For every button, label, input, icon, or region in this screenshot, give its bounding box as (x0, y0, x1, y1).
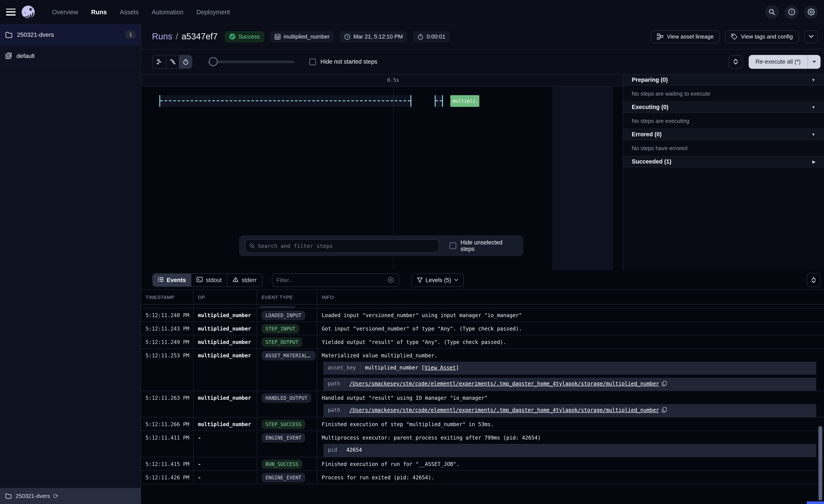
op-cell (194, 304, 257, 308)
gantt-chart-zone: 0.5s multipli.. Hide unselected steps Pr… (141, 75, 824, 270)
slider-knob[interactable] (209, 57, 218, 66)
navbar-actions: ? (765, 5, 818, 19)
asset-grid-icon (275, 33, 281, 39)
event-row: 5:12:11.263 PMmultiplied_numberHANDLED_O… (141, 391, 824, 417)
nav-item-runs[interactable]: Runs (91, 8, 107, 15)
top-navbar: OverviewRunsAssetsAutomationDeployment ? (0, 0, 824, 24)
status-section-title: Errored (0) (632, 131, 661, 138)
waterfall-view-icon[interactable] (166, 55, 179, 68)
event-table-header: TIMESTAMPOPEVENT TYPEINFO (141, 289, 824, 304)
caret-down-icon (812, 60, 816, 63)
event-row: 5:12:11.249 PMmultiplied_numberSTEP_OUTP… (141, 335, 824, 349)
event-row: 5:12:11.411 PM-ENGINE_EVENTMultiprocess … (141, 431, 824, 457)
gantt-expand-button[interactable] (728, 55, 742, 69)
run-header: Runs / a5347ef7 Success multiplied_numbe… (141, 24, 824, 49)
nav-item-automation[interactable]: Automation (151, 8, 183, 15)
sidebar-item-job-default[interactable]: default (0, 45, 141, 67)
status-section-header[interactable]: Succeeded (1)▶ (623, 156, 824, 167)
event-info-text: Finished execution of run for "__ASSET_J… (322, 461, 820, 467)
timestamp-cell: 5:12:11.249 PM (141, 335, 194, 348)
more-actions-chevron-button[interactable] (804, 30, 818, 43)
reexecute-dropdown-button[interactable] (808, 55, 821, 69)
gantt-step-bar[interactable]: multipli.. (450, 95, 479, 107)
search-icon[interactable] (765, 5, 779, 19)
lineage-icon (657, 33, 663, 40)
tag-icon (731, 33, 738, 40)
view-tags-config-button[interactable]: View tags and config (725, 30, 799, 43)
tags-button-label: View tags and config (741, 33, 793, 40)
timestamp-cell: 5:12:11.426 PM (141, 471, 194, 484)
hide-not-started-checkbox[interactable] (309, 58, 316, 65)
view-asset-link[interactable]: View Asset (425, 365, 456, 371)
flat-view-icon[interactable] (153, 55, 166, 68)
event-info-text: Process for run exited (pid: 42654). (322, 475, 820, 481)
metadata-entry-asset_key: asset_keymultiplied_number [View Asset] (323, 362, 816, 375)
menu-icon[interactable] (6, 8, 16, 15)
nav-item-deployment[interactable]: Deployment (196, 8, 230, 15)
event-type-cell: LOADED_INPUT (257, 308, 317, 322)
nav-item-assets[interactable]: Assets (120, 8, 138, 15)
metadata-value: multiplied_number [View Asset] (361, 362, 463, 375)
reexecute-all-button[interactable]: Re-execute all (*) (748, 55, 808, 69)
metadata-key: path (323, 404, 345, 417)
tab-stdout[interactable]: stdout (191, 274, 227, 286)
clear-filter-icon[interactable] (388, 276, 394, 283)
svg-text:?: ? (791, 9, 793, 14)
op-cell: multiplied_number (194, 322, 257, 335)
sidebar-item-code-location[interactable]: 250321-dvers 1 (0, 24, 141, 45)
status-section-header[interactable]: Executing (0)▼ (623, 102, 824, 113)
view-asset-lineage-button[interactable]: View asset lineage (651, 30, 720, 43)
tab-stderr[interactable]: stderr (227, 274, 262, 286)
path-link[interactable]: /Users/smackesey/stm/code/elementl/exper… (349, 381, 659, 387)
warning-icon (232, 277, 241, 283)
tab-events[interactable]: Events (153, 274, 191, 286)
step-search-input[interactable] (258, 243, 434, 249)
copy-icon[interactable] (661, 381, 667, 388)
event-type-cell: RUN_SUCCESS (257, 457, 317, 470)
levels-filter-button[interactable]: Levels (5) (411, 273, 464, 287)
nav-item-overview[interactable]: Overview (52, 8, 78, 15)
status-section-header[interactable]: Preparing (0)▼ (623, 75, 824, 86)
primary-nav: OverviewRunsAssetsAutomationDeployment (52, 8, 230, 15)
op-cell: multiplied_number (194, 391, 257, 417)
tab-label: Events (167, 277, 186, 283)
event-log-table: TIMESTAMPOPEVENT TYPEINFO 5:12:11.240 PM… (141, 289, 824, 504)
events-expand-button[interactable] (807, 273, 821, 287)
status-section-header[interactable]: Errored (0)▼ (623, 129, 824, 140)
info-cell: Loaded input "versioned_number" using in… (317, 308, 824, 322)
log-filter-box (272, 273, 399, 287)
op-cell: - (194, 457, 257, 470)
help-icon[interactable]: ? (785, 5, 799, 19)
dagster-logo-icon[interactable] (21, 5, 35, 19)
slider-track (208, 60, 294, 63)
info-cell: Materialized value multiplied_number.ass… (317, 349, 824, 391)
vertical-scrollbar-thumb[interactable] (818, 426, 822, 501)
settings-gear-icon[interactable] (804, 5, 818, 19)
log-filter-input[interactable] (277, 277, 388, 283)
asset-tag[interactable]: multiplied_number (270, 31, 334, 42)
duration-label: 0:00:01 (426, 33, 445, 40)
copy-icon[interactable] (661, 407, 667, 414)
status-section-collapse-icon: ▼ (811, 105, 815, 109)
column-header-op: OP (194, 290, 257, 304)
main-content: Runs / a5347ef7 Success multiplied_numbe… (141, 24, 824, 504)
timed-view-icon[interactable] (179, 55, 192, 68)
hide-not-started-label: Hide not started steps (320, 58, 377, 65)
code-location-status-bar[interactable]: 250321-dvers ⟳ (0, 488, 141, 504)
column-header-info: INFO (317, 290, 824, 304)
path-link[interactable]: /Users/smackesey/stm/code/elementl/exper… (349, 407, 659, 413)
event-type-tag: ENGINE_EVENT (262, 433, 305, 443)
event-info-text: Multiprocess executor: parent process ex… (322, 435, 820, 441)
event-type-tag: ENGINE_EVENT (262, 473, 305, 482)
events-panel: Eventsstdoutstderr Levels (5) TIMESTAMPO… (141, 270, 824, 504)
refresh-icon[interactable]: ⟳ (53, 493, 59, 499)
hide-unselected-checkbox[interactable] (449, 242, 456, 249)
metadata-key: pid (323, 444, 342, 457)
op-cell: multiplied_number (194, 349, 257, 391)
asset-tag-label: multiplied_number (284, 33, 329, 40)
code-location-label: 250321-dvers (17, 31, 54, 38)
breadcrumb-runs-link[interactable]: Runs (152, 31, 172, 41)
event-row: 5:12:11.243 PMmultiplied_numberSTEP_INPU… (141, 322, 824, 335)
folder-icon (5, 493, 12, 499)
terminal-icon (197, 277, 206, 283)
